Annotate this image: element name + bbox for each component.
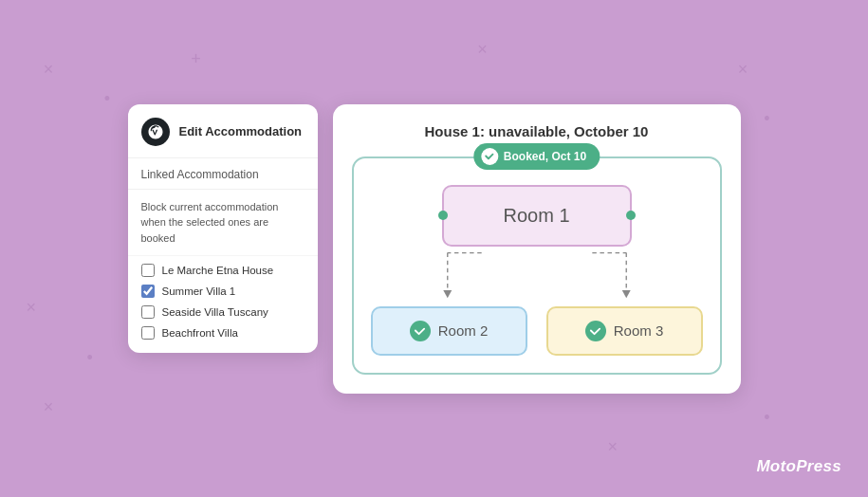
svg-marker-2	[443, 290, 452, 298]
checkbox-label-0: Le Marche Etna House	[162, 265, 274, 276]
checkbox-label-2: Seaside Villa Tuscany	[162, 306, 268, 318]
room3-box: Room 3	[546, 306, 703, 356]
checkbox-le-marche[interactable]	[141, 264, 155, 277]
arrows-container	[371, 248, 703, 301]
sidebar-panel: Edit Accommodation Linked Accommodation …	[128, 104, 318, 354]
deco-symbol-1: ×	[44, 60, 54, 80]
sidebar-description: Block current accommodation when the sel…	[128, 190, 318, 257]
diagram-title: House 1: unavailable, October 10	[352, 123, 722, 139]
room3-label: Room 3	[614, 322, 664, 339]
room1-dot-left	[438, 211, 448, 220]
sidebar-title: Edit Accommodation	[179, 124, 303, 138]
arrows-svg	[371, 248, 703, 301]
room1-label: Room 1	[503, 205, 569, 227]
booked-badge: Booked, Oct 10	[473, 143, 600, 170]
deco-symbol-7: ×	[26, 298, 36, 318]
wordpress-icon	[141, 118, 170, 146]
room3-check	[585, 321, 606, 341]
deco-symbol-9: ×	[44, 397, 54, 417]
checkbox-item-3[interactable]: Beachfront Villa	[141, 326, 305, 340]
deco-symbol-2: •	[104, 89, 110, 109]
main-container: Edit Accommodation Linked Accommodation …	[128, 104, 741, 394]
booked-badge-text: Booked, Oct 10	[504, 150, 586, 163]
checkbox-beachfront[interactable]	[141, 326, 155, 340]
deco-symbol-11: ×	[608, 437, 619, 457]
sidebar-subtitle: Linked Accommodation	[128, 158, 318, 190]
checkbox-item-1[interactable]: Summer Villa 1	[141, 285, 305, 298]
diagram-title-rest: unavailable, October 10	[485, 123, 649, 139]
bottom-rooms: Room 2 Room 3	[371, 306, 703, 356]
svg-marker-5	[621, 290, 630, 298]
room1-dot-right	[626, 211, 636, 220]
deco-symbol-8: •	[87, 348, 93, 368]
room2-box: Room 2	[371, 306, 527, 356]
checkbox-summer-villa[interactable]	[141, 285, 155, 298]
motopress-logo-text: MotoPress	[756, 457, 841, 475]
room2-label: Room 2	[438, 322, 489, 339]
deco-symbol-5: ×	[738, 60, 748, 80]
diagram-panel: House 1: unavailable, October 10 Booked,…	[333, 104, 741, 394]
checkbox-item-2[interactable]: Seaside Villa Tuscany	[141, 305, 305, 319]
checkbox-label-3: Beachfront Villa	[162, 327, 238, 339]
diagram-title-bold: House 1:	[425, 123, 485, 139]
room1-wrapper: Room 1	[371, 185, 703, 247]
deco-symbol-12: •	[764, 408, 769, 428]
sidebar-header: Edit Accommodation	[128, 104, 318, 158]
motopress-logo: MotoPress	[756, 457, 841, 476]
deco-symbol-3: +	[191, 49, 201, 69]
deco-symbol-4: ×	[477, 40, 488, 60]
checkbox-list: Le Marche Etna House Summer Villa 1 Seas…	[128, 256, 318, 353]
checkbox-item-0[interactable]: Le Marche Etna House	[141, 264, 305, 277]
booked-check-icon	[481, 148, 498, 165]
diagram-outer: Booked, Oct 10 Room 1	[352, 156, 722, 375]
checkbox-label-1: Summer Villa 1	[162, 285, 236, 297]
checkbox-seaside-villa[interactable]	[141, 305, 155, 319]
room2-check	[410, 321, 431, 341]
deco-symbol-6: •	[764, 109, 769, 129]
room1-box: Room 1	[442, 185, 632, 247]
